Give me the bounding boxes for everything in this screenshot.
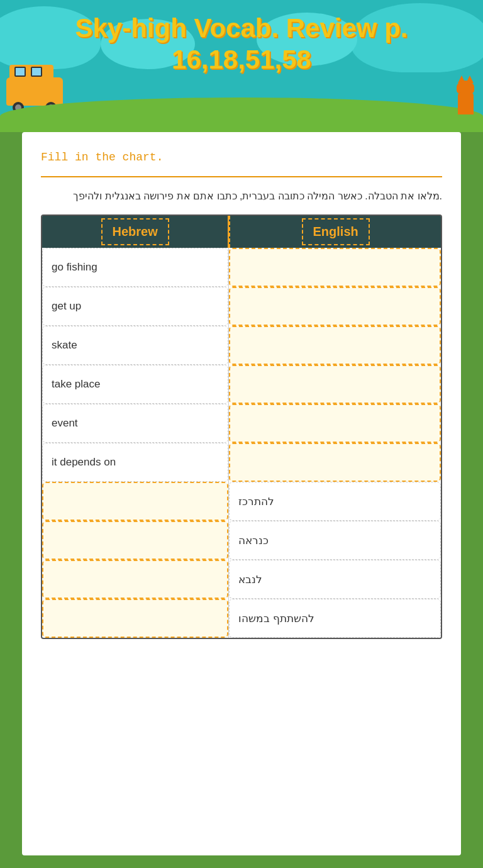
bus-window (31, 67, 42, 77)
table-cell-hebrew: event (42, 404, 229, 443)
table-header-row: Hebrew English (42, 216, 441, 248)
table-cell-hebrew (42, 521, 229, 560)
table-cell-english: כנראה (229, 521, 441, 560)
header-banner: Sky-high Vocab. Review p. 16,18,51,58 (0, 0, 483, 132)
hebrew-text-cell: get up (42, 287, 228, 326)
table-cell-hebrew: go fishing (42, 248, 229, 287)
hebrew-text-cell: take place (42, 365, 228, 404)
fox-body (458, 92, 474, 114)
hebrew-text-cell: go fishing (42, 248, 228, 287)
english-input-cell[interactable] (229, 287, 441, 326)
grass-decoration (0, 97, 483, 132)
hebrew-text-cell: event (42, 404, 228, 443)
hebrew-input-cell[interactable] (42, 521, 228, 560)
table-cell-english (229, 404, 441, 443)
table-row: להתרכז (42, 482, 441, 521)
english-input-cell[interactable] (229, 326, 441, 365)
header-hebrew-label: Hebrew (101, 218, 169, 245)
hebrew-input-cell[interactable] (42, 560, 228, 599)
english-input-cell[interactable] (229, 365, 441, 404)
hebrew-text-cell: it depends on (42, 443, 228, 482)
table-cell-hebrew (42, 560, 229, 599)
table-cell-hebrew: it depends on (42, 443, 229, 482)
fill-instruction: Fill in the chart. (41, 151, 442, 164)
table-row: go fishing (42, 248, 441, 287)
table-cell-english (229, 248, 441, 287)
hebrew-input-cell[interactable] (42, 599, 228, 638)
table-row: event (42, 404, 441, 443)
table-row: skate (42, 326, 441, 365)
main-content-card: Fill in the chart. .מלאו את הטבלה. כאשר … (22, 132, 461, 855)
page-title: Sky-high Vocab. Review p. 16,18,51,58 (53, 13, 430, 76)
table-cell-hebrew (42, 599, 229, 638)
table-cell-english: להתרכז (229, 482, 441, 521)
table-row: it depends on (42, 443, 441, 482)
table-row: take place (42, 365, 441, 404)
column-header-hebrew: Hebrew (42, 216, 229, 248)
bus-body (6, 77, 63, 106)
english-text-cell: להשתתף במשהו (229, 599, 441, 638)
table-cell-hebrew (42, 482, 229, 521)
table-row: לנבא (42, 560, 441, 599)
hebrew-text-cell: skate (42, 326, 228, 365)
table-cell-english: לנבא (229, 560, 441, 599)
hebrew-input-cell[interactable] (42, 482, 228, 521)
fox-illustration (455, 80, 480, 114)
table-cell-hebrew: get up (42, 287, 229, 326)
table-row: להשתתף במשהו (42, 599, 441, 638)
english-input-cell[interactable] (229, 404, 441, 443)
bus-window (14, 67, 26, 77)
table-row: get up (42, 287, 441, 326)
column-header-english: English (229, 216, 441, 248)
table-cell-hebrew: take place (42, 365, 229, 404)
header-english-label: English (302, 218, 370, 245)
table-cell-english (229, 365, 441, 404)
vocab-table: Hebrew English go fishingget upskatetake… (41, 214, 442, 639)
table-cell-english (229, 287, 441, 326)
english-input-cell[interactable] (229, 248, 441, 287)
table-cell-english (229, 443, 441, 482)
english-text-cell: להתרכז (229, 482, 441, 521)
table-cell-hebrew: skate (42, 326, 229, 365)
table-row: כנראה (42, 521, 441, 560)
english-text-cell: לנבא (229, 560, 441, 599)
divider (41, 176, 442, 177)
table-cell-english (229, 326, 441, 365)
english-input-cell[interactable] (229, 443, 441, 482)
english-text-cell: כנראה (229, 521, 441, 560)
hebrew-instruction: .מלאו את הטבלה. כאשר המילה כתובה בעברית,… (41, 190, 442, 202)
table-cell-english: להשתתף במשהו (229, 599, 441, 638)
